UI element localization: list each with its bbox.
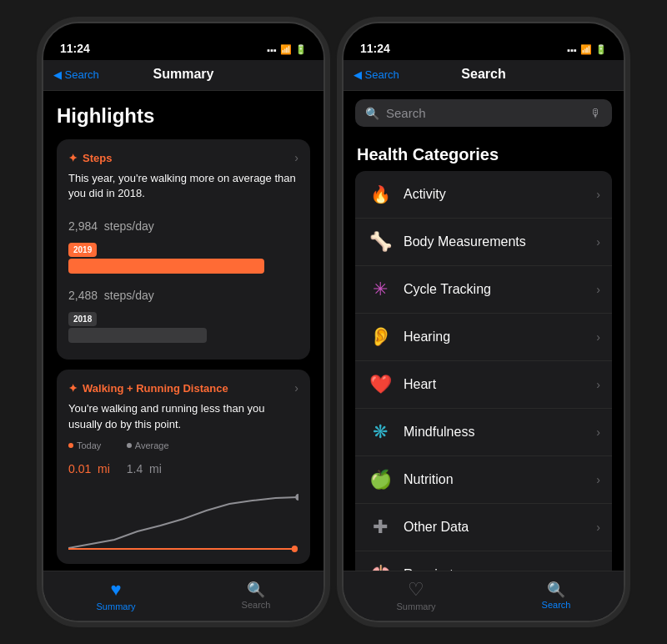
cycle-label: Cycle Tracking	[404, 282, 586, 297]
activity-label: Activity	[404, 187, 586, 202]
other-label: Other Data	[404, 520, 586, 535]
nav-bar-search: ◀ Search Search	[344, 60, 624, 91]
tab-bar-search: ♡ Summary 🔍 Search	[344, 571, 624, 621]
today-dot	[68, 443, 73, 448]
search-tab-icon: 🔍	[247, 582, 265, 597]
heart-icon: ❤️	[367, 371, 394, 398]
other-icon: ✚	[367, 514, 394, 541]
summary-tab-label-2: Summary	[397, 601, 436, 611]
today-value: 0.01 mi	[68, 452, 110, 479]
status-icons-2: ▪▪▪ 📶 🔋	[567, 44, 607, 55]
distance-card[interactable]: ✦ Walking + Running Distance › You're wa…	[57, 370, 310, 563]
avg-value: 1.4 mi	[127, 452, 169, 479]
category-item-activity[interactable]: 🔥 Activity ›	[355, 171, 612, 219]
distance-chart	[68, 486, 298, 552]
tab-summary-2[interactable]: ♡ Summary	[397, 581, 436, 611]
battery-icon-2: 🔋	[595, 44, 607, 55]
steps-icon: ✦	[68, 152, 78, 164]
avg-label: Average	[127, 440, 169, 450]
activity-icon: 🔥	[367, 181, 394, 208]
steps-2018-value: 2,488 steps/day	[68, 279, 298, 305]
nav-bar-summary: ◀ Search Summary	[43, 60, 323, 91]
phone-summary: 11:24 ▪▪▪ 📶 🔋 ◀ Search Summary Highlight…	[42, 22, 325, 622]
search-tab-icon-2: 🔍	[547, 582, 565, 597]
distance-row: Today 0.01 mi Average 1.4	[68, 440, 298, 479]
nav-title: Summary	[153, 67, 214, 82]
body-chevron: ›	[596, 235, 600, 249]
back-label-2: ◀ Search	[354, 68, 399, 81]
battery-icon: 🔋	[295, 44, 307, 55]
mindfulness-icon: ❋	[367, 419, 394, 445]
distance-card-title: ✦ Walking + Running Distance	[68, 382, 228, 395]
category-item-mindfulness[interactable]: ❋ Mindfulness ›	[355, 409, 612, 456]
category-item-other[interactable]: ✚ Other Data ›	[355, 504, 612, 551]
steps-description: This year, you're walking more on averag…	[68, 171, 298, 201]
wifi-icon: 📶	[280, 44, 292, 55]
back-button-2[interactable]: ◀ Search	[354, 68, 399, 81]
mindfulness-chevron: ›	[596, 425, 600, 439]
back-button[interactable]: ◀ Search	[53, 68, 99, 81]
heart-label: Heart	[404, 377, 586, 392]
today-distance: Today 0.01 mi	[68, 440, 110, 479]
search-tab-label: Search	[242, 600, 271, 610]
hearing-chevron: ›	[596, 330, 600, 344]
svg-point-1	[292, 546, 298, 552]
mindfulness-label: Mindfulness	[404, 425, 586, 440]
other-chevron: ›	[596, 521, 600, 534]
body-icon: 🦴	[367, 229, 394, 255]
bar-2018	[68, 328, 207, 343]
summary-heart-icon: ♥	[111, 581, 122, 599]
cycle-chevron: ›	[596, 283, 600, 296]
cycle-icon: ✳	[367, 276, 394, 303]
distance-icon: ✦	[68, 382, 78, 395]
svg-point-2	[295, 494, 298, 501]
tab-bar-summary: ♥ Summary 🔍 Search	[43, 571, 323, 621]
distance-chevron: ›	[294, 381, 298, 395]
tab-search[interactable]: 🔍 Search	[242, 582, 271, 610]
status-icons: ▪▪▪ 📶 🔋	[267, 44, 307, 55]
category-list: 🔥 Activity › 🦴 Body Measurements › ✳ Cyc…	[355, 171, 612, 571]
search-bar-container: 🔍 Search 🎙	[344, 91, 624, 135]
search-input[interactable]: Search	[386, 106, 584, 120]
signal-icon: ▪▪▪	[267, 45, 277, 55]
nutrition-icon: 🍏	[367, 466, 394, 493]
summary-heart-icon-2: ♡	[408, 581, 424, 599]
time2: 11:24	[360, 42, 390, 55]
search-icon: 🔍	[365, 107, 379, 120]
categories-title: Health Categories	[344, 135, 624, 171]
mic-icon[interactable]: 🎙	[590, 107, 602, 120]
activity-chevron: ›	[596, 188, 600, 201]
bar-label-2019: 2019	[68, 243, 97, 257]
bar-label-2018: 2018	[68, 312, 97, 326]
summary-content[interactable]: Highlights ✦ Steps › This year, you're w…	[43, 91, 323, 571]
time: 11:24	[60, 42, 90, 55]
wifi-icon-2: 📶	[580, 44, 592, 55]
avg-dot	[127, 443, 132, 448]
category-item-respiratory[interactable]: 🫁 Respiratory ›	[355, 551, 612, 571]
steps-2019-value: 2,984 steps/day	[68, 209, 298, 236]
category-item-cycle[interactable]: ✳ Cycle Tracking ›	[355, 266, 612, 314]
steps-card[interactable]: ✦ Steps › This year, you're walking more…	[57, 139, 310, 360]
body-label: Body Measurements	[404, 234, 586, 249]
category-item-body[interactable]: 🦴 Body Measurements ›	[355, 219, 612, 266]
bar-2019	[68, 259, 264, 274]
search-tab-label-2: Search	[542, 600, 571, 610]
search-bar[interactable]: 🔍 Search 🎙	[355, 99, 612, 127]
category-item-heart[interactable]: ❤️ Heart ›	[355, 361, 612, 409]
tab-summary[interactable]: ♥ Summary	[97, 581, 136, 611]
notch	[133, 23, 233, 43]
hearing-icon: 👂	[367, 324, 394, 350]
category-item-nutrition[interactable]: 🍏 Nutrition ›	[355, 456, 612, 504]
steps-card-title: ✦ Steps	[68, 152, 112, 164]
tab-search-2[interactable]: 🔍 Search	[542, 582, 571, 610]
nutrition-label: Nutrition	[404, 472, 586, 487]
summary-tab-label: Summary	[97, 601, 136, 611]
search-content[interactable]: 🔍 Search 🎙 Health Categories 🔥 Activity …	[344, 91, 624, 571]
respiratory-icon: 🫁	[367, 561, 394, 571]
nav-title-search: Search	[461, 67, 505, 82]
nutrition-chevron: ›	[596, 473, 600, 486]
back-label: ◀ Search	[53, 68, 99, 81]
notch2	[434, 23, 534, 43]
category-item-hearing[interactable]: 👂 Hearing ›	[355, 314, 612, 361]
steps-chevron: ›	[294, 151, 298, 164]
